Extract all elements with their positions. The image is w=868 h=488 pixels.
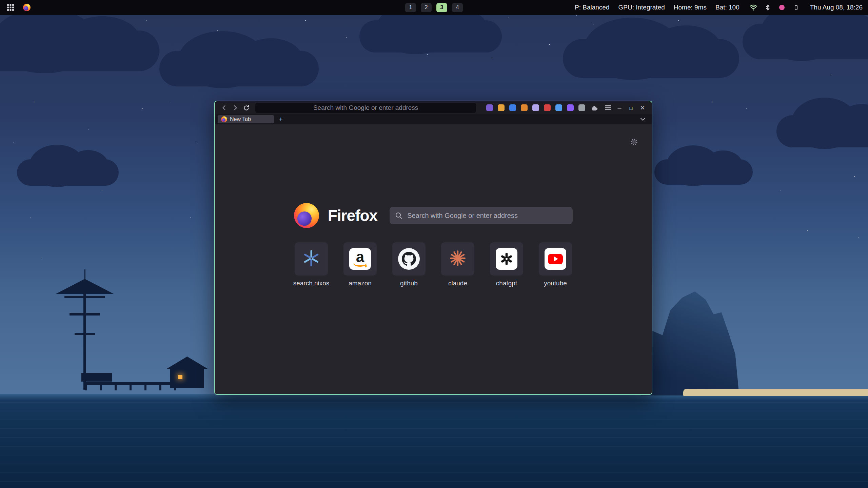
chatgpt-icon — [496, 248, 517, 270]
workspace-switcher: 1 2 3 4 — [405, 3, 463, 12]
hut-silhouette — [167, 357, 208, 388]
github-icon — [398, 248, 420, 270]
firefox-logo — [294, 203, 319, 228]
new-tab-button[interactable]: + — [277, 115, 285, 123]
extension-gray-icon[interactable] — [578, 104, 585, 111]
cloud — [159, 51, 319, 86]
claude-icon — [449, 250, 466, 268]
gpu-status: GPU: Integrated — [618, 4, 665, 11]
amazon-icon: a — [349, 248, 371, 270]
battery-status: Bat: 100 — [715, 4, 739, 11]
firefox-wordmark: Firefox — [328, 206, 377, 225]
status-modules: P: Balanced GPU: Integrated Home: 9ms Ba… — [575, 2, 863, 13]
shortcut-github[interactable]: github — [392, 242, 426, 287]
tab-bar: New Tab + — [215, 114, 652, 124]
cloud — [776, 115, 868, 147]
menu-hamburger-icon[interactable] — [604, 103, 612, 112]
firefox-window: – □ × New Tab + — [214, 101, 652, 395]
workspace-button-3[interactable]: 3 — [436, 3, 447, 12]
extension-icons — [486, 103, 612, 112]
clock[interactable]: Thu Aug 08, 18:26 — [810, 4, 863, 11]
cloud — [0, 30, 159, 71]
workspace-button-2[interactable]: 2 — [421, 3, 432, 12]
extensions-puzzle-icon[interactable] — [590, 103, 599, 112]
shore-rocks — [81, 373, 112, 382]
url-bar-input[interactable] — [255, 103, 476, 113]
reload-button[interactable] — [242, 103, 251, 112]
shortcut-amazon[interactable]: a amazon — [343, 242, 377, 287]
extension-orange-icon[interactable] — [521, 104, 528, 111]
close-button[interactable]: × — [638, 103, 647, 112]
extension-purple-icon[interactable] — [567, 104, 574, 111]
system-tray — [748, 2, 801, 13]
shortcut-label: chatgpt — [496, 280, 517, 287]
wallpaper-ocean — [0, 394, 868, 488]
apps-grid-icon[interactable] — [5, 2, 16, 13]
newtab-hero: Firefox — [294, 203, 573, 228]
extension-lavender-icon[interactable] — [532, 104, 539, 111]
bluetooth-icon[interactable] — [763, 2, 773, 13]
extension-amber-icon[interactable] — [498, 104, 505, 111]
watchtower-silhouette — [51, 269, 119, 390]
cloud — [743, 24, 868, 59]
shortcut-youtube[interactable]: youtube — [539, 242, 572, 287]
shortcut-label: amazon — [349, 280, 372, 287]
newtab-search-input[interactable] — [390, 207, 573, 224]
shortcut-label: youtube — [544, 280, 567, 287]
extension-red-icon[interactable] — [544, 104, 551, 111]
tab-title: New Tab — [230, 116, 251, 122]
cloud — [17, 159, 119, 186]
cloud — [563, 39, 739, 78]
home-latency-status: Home: 9ms — [674, 4, 707, 11]
top-status-bar: 1 2 3 4 P: Balanced GPU: Integrated Home… — [0, 0, 868, 15]
shortcut-label: search.nixos — [293, 280, 330, 287]
firefox-icon — [23, 4, 31, 11]
shortcut-tiles: search.nixos a amazon — [295, 242, 572, 287]
pier-silhouette — [85, 382, 176, 385]
firefox-favicon — [221, 116, 227, 122]
desktop: 1 2 3 4 P: Balanced GPU: Integrated Home… — [0, 0, 868, 488]
tab-new-tab[interactable]: New Tab — [218, 115, 274, 123]
back-button[interactable] — [220, 103, 228, 112]
window-controls: – □ × — [615, 103, 647, 112]
firefox-launcher-icon[interactable] — [22, 2, 32, 13]
personalize-gear-icon[interactable] — [630, 138, 638, 147]
maximize-button[interactable]: □ — [627, 103, 635, 112]
nixos-snowflake-icon — [302, 249, 320, 269]
tab-list-chevron-icon[interactable] — [639, 115, 647, 123]
workspace-button-1[interactable]: 1 — [405, 3, 416, 12]
lit-window — [178, 375, 182, 379]
extension-violet-icon[interactable] — [486, 104, 493, 111]
forward-button[interactable] — [231, 103, 239, 112]
extension-skyblue-icon[interactable] — [555, 104, 562, 111]
newtab-search — [390, 207, 573, 224]
minimize-button[interactable]: – — [615, 103, 624, 112]
wifi-icon[interactable] — [748, 2, 758, 13]
shortcut-claude[interactable]: claude — [441, 242, 474, 287]
power-profile-status: P: Balanced — [575, 4, 609, 11]
newtab-page: Firefox — [215, 124, 652, 394]
search-icon — [395, 212, 402, 221]
youtube-icon — [545, 248, 566, 270]
shortcut-label: claude — [448, 280, 467, 287]
shortcut-label: github — [400, 280, 418, 287]
workspace-button-4[interactable]: 4 — [452, 3, 463, 12]
extension-blue-icon[interactable] — [509, 104, 516, 111]
sand-beach — [683, 389, 868, 396]
device-battery-icon[interactable] — [791, 2, 801, 13]
shortcut-search-nixos[interactable]: search.nixos — [295, 242, 328, 287]
indicator-pink-icon[interactable] — [777, 2, 787, 13]
cloud — [654, 159, 753, 185]
cloud — [359, 20, 502, 53]
shortcut-chatgpt[interactable]: chatgpt — [490, 242, 523, 287]
browser-toolbar: – □ × — [215, 101, 652, 114]
